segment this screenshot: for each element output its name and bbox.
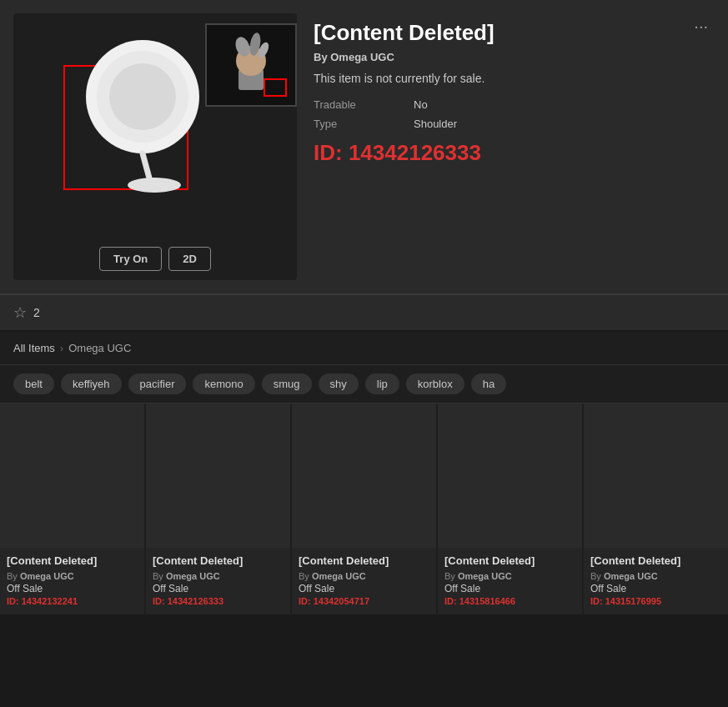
thumb-red-box [264,78,287,97]
grid-info: [Content Deleted] By Omega UGC Off Sale … [292,548,436,614]
grid-info: [Content Deleted] By Omega UGC Off Sale … [584,548,728,614]
tag-lip[interactable]: lip [365,374,399,394]
tag-pacifier[interactable]: pacifier [128,374,187,394]
grid-thumbnail [584,404,728,548]
grid-thumbnail [292,404,436,548]
grid-thumbnail [146,404,290,548]
grid-sale: Off Sale [7,583,138,594]
items-grid: [Content Deleted] By Omega UGC Off Sale … [0,404,728,614]
sale-status: This item is not currently for sale. [314,72,715,85]
grid-id: ID: 14342132241 [7,596,138,606]
grid-thumbnail [438,404,582,548]
thumbnail-inset [205,23,297,107]
main-display [13,23,297,240]
breadcrumb-all-items[interactable]: All Items [13,342,55,354]
grid-id: ID: 14342054717 [299,596,429,606]
tradable-attr: Tradable No [314,98,715,111]
breadcrumb-separator: › [60,342,63,354]
type-attr: Type Shoulder [314,118,715,130]
more-options-button[interactable]: ··· [687,13,715,39]
grid-title: [Content Deleted] [299,554,429,569]
grid-creator: By Omega UGC [444,571,575,581]
tag-keffiyeh[interactable]: keffiyeh [61,374,122,394]
tag-smug[interactable]: smug [262,374,312,394]
tag-belt[interactable]: belt [13,374,54,394]
grid-id: ID: 14342126333 [153,596,284,606]
grid-item[interactable]: [Content Deleted] By Omega UGC Off Sale … [0,404,144,614]
breadcrumb-current: Omega UGC [68,342,131,354]
tags-row: beltkeffiyehpacifierkemonosmugshylipkorb… [0,365,728,404]
grid-item[interactable]: [Content Deleted] By Omega UGC Off Sale … [584,404,728,614]
grid-id: ID: 14315816466 [444,596,575,606]
tag-ha[interactable]: ha [471,374,506,394]
grid-sale: Off Sale [444,583,575,594]
grid-title: [Content Deleted] [7,554,138,569]
grid-sale: Off Sale [299,583,429,594]
item-title: [Content Deleted] [314,20,715,46]
type-value: Shoulder [414,118,457,130]
tradable-value: No [414,98,428,111]
tradable-label: Tradable [314,98,380,111]
svg-point-2 [109,63,176,130]
tag-korblox[interactable]: korblox [406,374,464,394]
grid-title: [Content Deleted] [153,554,284,569]
type-label: Type [314,118,380,130]
favorites-bar: ☆ 2 [0,295,728,332]
svg-point-4 [128,178,181,193]
item-3d-view [80,30,213,197]
item-details: ··· [Content Deleted] By Omega UGC This … [314,13,715,280]
item-preview: Try On 2D [13,13,297,280]
star-icon[interactable]: ☆ [13,303,27,322]
grid-info: [Content Deleted] By Omega UGC Off Sale … [0,548,144,614]
item-creator: By Omega UGC [314,51,715,63]
grid-title: [Content Deleted] [444,554,575,569]
creator-name: Omega UGC [330,51,394,63]
tag-shy[interactable]: shy [319,374,359,394]
2d-button[interactable]: 2D [168,247,211,271]
tag-kemono[interactable]: kemono [193,374,254,394]
top-section: Try On 2D ··· [Content Deleted] By Omega… [0,0,728,295]
breadcrumb: All Items › Omega UGC [0,332,728,365]
grid-creator: By Omega UGC [7,571,138,581]
grid-info: [Content Deleted] By Omega UGC Off Sale … [438,548,582,614]
grid-creator: By Omega UGC [153,571,284,581]
action-buttons: Try On 2D [99,247,211,271]
grid-item[interactable]: [Content Deleted] By Omega UGC Off Sale … [438,404,582,614]
grid-sale: Off Sale [153,583,284,594]
grid-creator: By Omega UGC [299,571,429,581]
grid-creator: By Omega UGC [590,571,721,581]
try-on-button[interactable]: Try On [99,247,162,271]
grid-id: ID: 14315176995 [590,596,721,606]
grid-thumbnail [0,404,144,548]
grid-item[interactable]: [Content Deleted] By Omega UGC Off Sale … [146,404,290,614]
grid-item[interactable]: [Content Deleted] By Omega UGC Off Sale … [292,404,436,614]
grid-info: [Content Deleted] By Omega UGC Off Sale … [146,548,290,614]
item-id: ID: 14342126333 [314,140,715,166]
grid-sale: Off Sale [590,583,721,594]
grid-title: [Content Deleted] [590,554,721,569]
favorites-count: 2 [33,306,40,319]
